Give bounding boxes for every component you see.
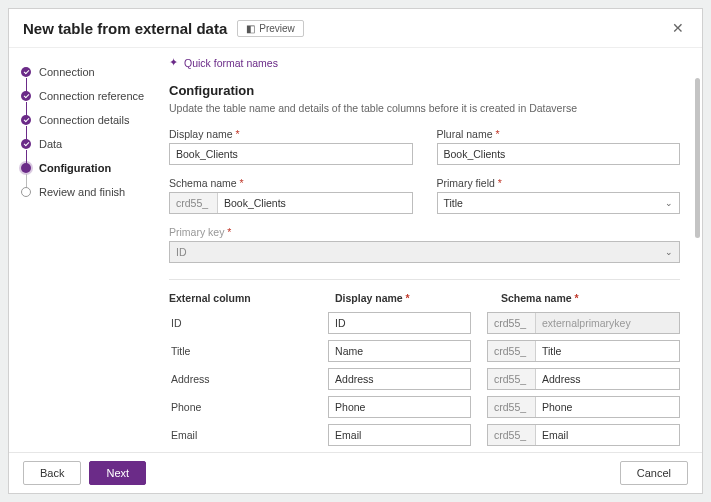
column-display-name-input[interactable] [328,424,471,446]
quick-format-names[interactable]: ✦ Quick format names [169,56,680,69]
wizard-stepper: Connection Connection reference Connecti… [9,48,159,452]
column-row: Addresscrd55_ [169,368,680,390]
schema-prefix: crd55_ [488,369,536,389]
schema-prefix: crd55_ [170,193,218,213]
display-name-input[interactable] [169,143,413,165]
column-row: IDcrd55_ [169,312,680,334]
preview-button[interactable]: ◧ Preview [237,20,304,37]
dialog-title: New table from external data [23,20,227,37]
close-icon[interactable]: ✕ [668,17,688,39]
dialog-header: New table from external data ◧ Preview ✕ [9,9,702,48]
step-connection[interactable]: Connection [13,60,159,84]
schema-prefix: crd55_ [488,313,536,333]
column-schema-name-input-wrap: crd55_ [487,312,680,334]
step-done-icon [21,139,31,149]
external-column-name: Title [169,345,312,357]
column-schema-name-input-wrap[interactable]: crd55_ [487,340,680,362]
column-schema-name-input-wrap[interactable]: crd55_ [487,368,680,390]
cancel-button[interactable]: Cancel [620,461,688,485]
external-column-name: ID [169,317,312,329]
primary-key-select: ID ⌄ [169,241,680,263]
step-review-finish[interactable]: Review and finish [13,180,159,204]
scrollbar[interactable] [695,78,700,238]
schema-prefix: crd55_ [488,341,536,361]
primary-field-label: Primary field [437,177,681,189]
schema-prefix: crd55_ [488,425,536,445]
external-column-name: Phone [169,401,312,413]
step-current-icon [21,163,31,173]
column-schema-name-input-wrap[interactable]: crd55_ [487,396,680,418]
divider [169,279,680,280]
column-row: Phonecrd55_ [169,396,680,418]
plural-name-label: Plural name [437,128,681,140]
next-button[interactable]: Next [89,461,146,485]
configuration-heading: Configuration [169,83,680,98]
new-table-dialog: New table from external data ◧ Preview ✕… [8,8,703,494]
step-connection-details[interactable]: Connection details [13,108,159,132]
chevron-down-icon: ⌄ [665,247,673,257]
schema-prefix: crd55_ [488,397,536,417]
column-display-name-input[interactable] [328,312,471,334]
configuration-description: Update the table name and details of the… [169,102,680,114]
schema-name-input[interactable] [218,193,412,213]
primary-key-label: Primary key [169,226,680,238]
config-panel: ✦ Quick format names Configuration Updat… [159,48,702,452]
back-button[interactable]: Back [23,461,81,485]
display-name-label: Display name [169,128,413,140]
step-done-icon [21,91,31,101]
step-done-icon [21,67,31,77]
column-schema-name-input-wrap[interactable]: crd55_ [487,424,680,446]
column-schema-name-input[interactable] [536,341,679,361]
column-display-name-input[interactable] [328,340,471,362]
step-pending-icon [21,187,31,197]
external-column-name: Address [169,373,312,385]
chevron-down-icon: ⌄ [665,198,673,208]
external-column-name: Email [169,429,312,441]
step-data[interactable]: Data [13,132,159,156]
schema-name-label: Schema name [169,177,413,189]
column-schema-name-input[interactable] [536,425,679,445]
step-connection-reference[interactable]: Connection reference [13,84,159,108]
column-schema-name-input[interactable] [536,369,679,389]
dialog-footer: Back Next Cancel [9,452,702,493]
sparkle-icon: ✦ [169,56,178,69]
column-display-name-input[interactable] [328,396,471,418]
columns-body: IDcrd55_Titlecrd55_Addresscrd55_Phonecrd… [169,312,680,452]
schema-name-input-wrap[interactable]: crd55_ [169,192,413,214]
column-row: Titlecrd55_ [169,340,680,362]
columns-header: External column Display name Schema name [169,292,680,304]
dialog-body: Connection Connection reference Connecti… [9,48,702,452]
column-schema-name-input[interactable] [536,397,679,417]
plural-name-input[interactable] [437,143,681,165]
step-done-icon [21,115,31,125]
column-schema-name-input [536,313,679,333]
primary-field-select[interactable]: Title ⌄ [437,192,681,214]
preview-label: Preview [259,23,295,34]
step-configuration[interactable]: Configuration [13,156,159,180]
column-row: Emailcrd55_ [169,424,680,446]
column-display-name-input[interactable] [328,368,471,390]
preview-icon: ◧ [246,23,255,34]
